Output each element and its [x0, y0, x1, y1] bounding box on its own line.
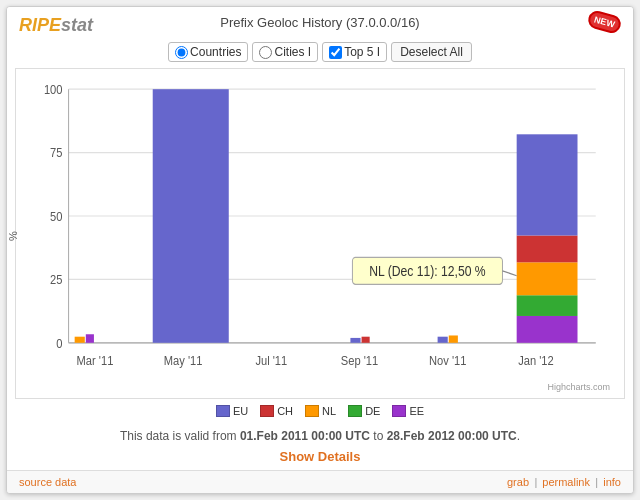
filter-controls: Countries Cities I Top 5 I Deselect All [7, 38, 633, 68]
bar-ee-jan [517, 316, 578, 343]
countries-radio[interactable]: Countries [168, 42, 248, 62]
svg-text:75: 75 [50, 146, 63, 161]
logo-ripe: RIPE [19, 15, 61, 35]
separator-1: | [534, 476, 540, 488]
legend-ee: EE [392, 405, 424, 417]
page-title: Prefix Geoloc History (37.0.0.0/16) [220, 15, 419, 30]
bar-eu-sep [350, 338, 360, 343]
svg-text:0: 0 [56, 336, 62, 351]
top5-checkbox[interactable] [329, 46, 342, 59]
footer-text: This data is valid from 01.Feb 2011 00:0… [7, 423, 633, 445]
legend-nl: NL [305, 405, 336, 417]
legend-eu: EU [216, 405, 248, 417]
grab-link[interactable]: grab [507, 476, 529, 488]
bar-nl-mar [75, 337, 85, 343]
logo-stat: stat [61, 15, 93, 35]
show-details-container: Show Details [7, 445, 633, 470]
bar-nl-jan [517, 262, 578, 295]
svg-text:25: 25 [50, 272, 63, 287]
legend-box-nl [305, 405, 319, 417]
svg-text:NL (Dec 11): 12,50 %: NL (Dec 11): 12,50 % [369, 263, 485, 279]
bar-ch-sep [362, 337, 370, 343]
main-window: RIPEstat Prefix Geoloc History (37.0.0.0… [6, 6, 634, 494]
legend-label-eu: EU [233, 405, 248, 417]
bar-eu-jan [517, 134, 578, 235]
countries-radio-input[interactable] [175, 46, 188, 59]
chart-legend: EU CH NL DE EE [15, 399, 625, 423]
info-link[interactable]: info [603, 476, 621, 488]
footer-date-from: 01.Feb 2011 00:00 UTC [240, 429, 370, 443]
chart-svg: .grid-line { stroke: #e0e0e0; stroke-wid… [26, 77, 614, 394]
svg-text:May '11: May '11 [164, 353, 203, 368]
svg-text:Nov '11: Nov '11 [429, 353, 467, 368]
chart-area: % .grid-line { stroke: #e0e0e0; stroke-w… [15, 68, 625, 399]
svg-text:50: 50 [50, 209, 63, 224]
countries-label: Countries [190, 45, 241, 59]
legend-box-ch [260, 405, 274, 417]
legend-box-ee [392, 405, 406, 417]
deselect-all-button[interactable]: Deselect All [391, 42, 472, 62]
footer-date-to: 28.Feb 2012 00:00 UTC [387, 429, 517, 443]
bar-eu-may [153, 89, 229, 343]
footer-to: to [370, 429, 387, 443]
svg-text:100: 100 [44, 82, 63, 97]
permalink-link[interactable]: permalink [542, 476, 590, 488]
separator-2: | [595, 476, 601, 488]
source-data-link[interactable]: source data [19, 476, 76, 488]
legend-box-eu [216, 405, 230, 417]
highcharts-credit: Highcharts.com [547, 382, 610, 392]
header: RIPEstat Prefix Geoloc History (37.0.0.0… [7, 7, 633, 38]
bar-ee-mar [86, 334, 94, 343]
svg-text:Jul '11: Jul '11 [255, 353, 287, 368]
bottom-bar: source data grab | permalink | info [7, 470, 633, 493]
y-axis-label: % [7, 231, 19, 241]
legend-ch: CH [260, 405, 293, 417]
svg-text:Mar '11: Mar '11 [77, 353, 114, 368]
cities-label: Cities I [274, 45, 311, 59]
new-badge: NEW [586, 9, 623, 35]
bar-eu-nov [438, 337, 448, 343]
bottom-left: source data [19, 475, 76, 489]
legend-label-ee: EE [409, 405, 424, 417]
logo: RIPEstat [19, 15, 93, 36]
bar-ch-jan [517, 236, 578, 263]
top5-label: Top 5 I [344, 45, 380, 59]
legend-label-nl: NL [322, 405, 336, 417]
top5-radio[interactable]: Top 5 I [322, 42, 387, 62]
legend-de: DE [348, 405, 380, 417]
cities-radio-input[interactable] [259, 46, 272, 59]
legend-box-de [348, 405, 362, 417]
bar-de-jan [517, 295, 578, 316]
footer-intro: This data is valid from [120, 429, 240, 443]
legend-label-de: DE [365, 405, 380, 417]
cities-radio[interactable]: Cities I [252, 42, 318, 62]
bottom-right: grab | permalink | info [507, 475, 621, 489]
bar-nl-nov [449, 335, 458, 342]
svg-text:Jan '12: Jan '12 [518, 353, 554, 368]
chart-inner: % .grid-line { stroke: #e0e0e0; stroke-w… [26, 77, 614, 394]
legend-label-ch: CH [277, 405, 293, 417]
show-details-link[interactable]: Show Details [280, 449, 361, 464]
svg-line-20 [502, 271, 516, 276]
svg-text:Sep '11: Sep '11 [341, 353, 379, 368]
